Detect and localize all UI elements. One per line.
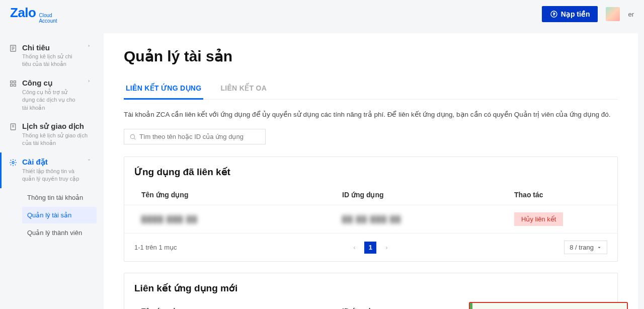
tabs: LIÊN KẾT ỨNG DỤNG LIÊN KẾT OA [124,79,618,100]
logo-subtext: Cloud Account [39,13,57,24]
sidebar-item-label: Chi tiêu [22,43,82,52]
paging-info: 1-1 trên 1 mục [134,244,177,251]
chevron-right-icon [87,79,92,84]
sidebar-item-settings[interactable]: Cài đặt Thiết lập thông tin và quản lý q… [0,152,101,188]
header-right: Nạp tiền er [542,6,634,22]
grid-icon [9,80,17,88]
page-current[interactable]: 1 [364,242,376,254]
search-input[interactable] [139,133,260,140]
subnav-asset-mgmt[interactable]: Quản lý tài sản [22,207,97,223]
chevron-right-icon [87,43,92,48]
page-size-select[interactable]: 8 / trang [564,241,607,254]
table-header: Tên ứng dụng ID ứng dụng Thao tác [124,186,617,205]
col-header-name: Tên ứng dụng [141,307,342,309]
svg-point-8 [130,134,134,138]
table-row: ████ ███ ██ ██ ██ ███ ██ Hủy liên kết [124,205,617,234]
sidebar-item-spending[interactable]: Chi tiêu Thống kê lịch sử chi tiêu của t… [0,38,101,73]
app-logo[interactable]: Zalo Cloud Account [10,5,57,24]
chevron-down-icon [597,245,602,250]
topup-button[interactable]: Nạp tiền [542,6,598,22]
page-prev[interactable]: ‹ [348,242,360,254]
coin-icon [550,10,558,18]
linked-apps-title: Ứng dụng đã liên kết [124,157,617,186]
col-header-name: Tên ứng dụng [141,191,342,199]
sidebar-item-desc: Công cụ hỗ trợ sử dụng các dịch vụ cho t… [22,89,82,112]
logo-text: Zalo [10,5,36,21]
subnav-member-mgmt[interactable]: Quản lý thành viên [22,224,97,241]
sidebar-item-label: Công cụ [22,79,82,88]
tab-link-app[interactable]: LIÊN KẾT ỨNG DỤNG [124,79,203,99]
subnav-account-info[interactable]: Thông tin tài khoản [22,189,97,206]
avatar[interactable] [606,7,620,21]
svg-rect-4 [11,84,13,86]
linked-apps-panel: Ứng dụng đã liên kết Tên ứng dụng ID ứng… [124,157,618,262]
sidebar-item-label: Cài đặt [22,158,82,167]
cell-app-id: ██ ██ ███ ██ [342,215,514,223]
svg-rect-5 [14,84,16,86]
search-icon [129,133,136,140]
gear-icon [9,159,17,167]
cell-app-name: ████ ███ ██ [141,215,342,223]
sidebar-item-desc: Thiết lập thông tin và quản lý quyền tru… [22,168,82,183]
sidebar-item-desc: Thống kê lịch sử giao dịch của tài khoản [22,132,92,147]
sidebar-item-desc: Thống kê lịch sử chi tiêu của tài khoản [22,53,82,68]
col-header-id: ID ứng dụng [342,191,514,199]
app-header: Zalo Cloud Account Nạp tiền er [0,0,644,28]
sidebar-item-tools[interactable]: Công cụ Công cụ hỗ trợ sử dụng các dịch … [0,73,101,117]
unlink-button[interactable]: Hủy liên kết [514,212,563,226]
svg-rect-3 [14,81,16,83]
tab-description: Tài khoản ZCA cần liên kết với ứng dụng … [124,110,618,120]
tab-link-oa[interactable]: LIÊN KẾT OA [218,79,269,99]
main-content: Quản lý tài sản LIÊN KẾT ỨNG DỤNG LIÊN K… [104,33,638,309]
svg-point-7 [12,162,14,164]
new-link-title: Liên kết ứng dụng mới [124,273,617,302]
table-footer: 1-1 trên 1 mục ‹ 1 › 8 / trang [124,234,617,261]
pager: ‹ 1 › [348,242,392,254]
page-next[interactable]: › [380,242,392,254]
sidebar-item-label: Lịch sử giao dịch [22,122,92,131]
document-icon [9,44,17,52]
search-box[interactable] [124,129,266,144]
page-title: Quản lý tài sản [124,47,618,65]
sidebar: Chi tiêu Thống kê lịch sử chi tiêu của t… [0,28,101,309]
chevron-down-icon [87,158,92,163]
sidebar-submenu: Thông tin tài khoản Quản lý tài sản Quản… [0,189,101,241]
sidebar-item-history[interactable]: Lịch sử giao dịch Thống kê lịch sử giao … [0,117,101,152]
receipt-icon [9,123,17,131]
svg-rect-2 [11,81,13,83]
col-header-action: Thao tác [514,191,600,199]
toast-notification: Đã hủy liên kết ứng dụng VyT đã được hủy… [469,302,628,309]
username: er [628,11,634,18]
